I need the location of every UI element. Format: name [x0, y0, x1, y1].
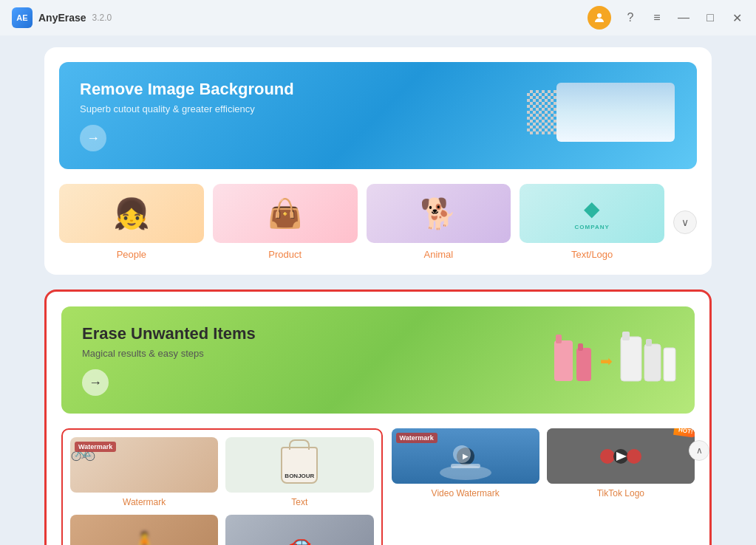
textlogo-thumbnail: ◆ COMPANY [520, 184, 664, 243]
category-textlogo[interactable]: ◆ COMPANY Text/Logo [520, 184, 664, 260]
erase-text[interactable]: BONJOUR Text [225, 437, 373, 507]
hot-badge: HOT! [674, 428, 695, 438]
erase-banner-content: Erase Unwanted Items Magical results & e… [82, 324, 256, 396]
svg-rect-10 [578, 343, 583, 351]
svg-point-18 [453, 445, 471, 463]
banner-subtitle: Superb cutout quality & greater efficien… [80, 103, 294, 114]
erase-object[interactable]: 🚗 Object [225, 515, 373, 545]
text-thumbnail: BONJOUR [225, 437, 373, 493]
textlogo-label: Text/Logo [571, 249, 613, 260]
svg-point-0 [597, 13, 602, 18]
plane-card [556, 83, 675, 142]
erase-left-grid: Watermark 🚲 Watermark BONJOUR Text [61, 428, 383, 545]
people-label: People [117, 249, 146, 260]
erase-illustration: ➡ [547, 326, 680, 395]
watermark-label: Watermark [123, 497, 166, 507]
people-thumbnail: 👧 [59, 184, 204, 243]
erase-watermark[interactable]: Watermark 🚲 Watermark [70, 437, 218, 507]
category-product[interactable]: 👜 Product [213, 184, 358, 260]
svg-point-20 [600, 449, 615, 464]
video-watermark-thumbnail: Watermark ▶ [392, 428, 539, 484]
erase-right-column: Watermark ▶ Video Watermark [392, 428, 695, 545]
svg-rect-16 [664, 348, 675, 381]
erase-items-section: Erase Unwanted Items Magical results & e… [44, 289, 712, 545]
category-items-row: 👧 People 👜 Product 🐕 Animal ◆ [59, 184, 697, 260]
watermark-thumbnail: Watermark 🚲 [70, 437, 218, 493]
banner-title: Remove Image Background [80, 80, 294, 99]
svg-rect-13 [622, 332, 630, 340]
video-watermark-badge: Watermark [396, 433, 437, 443]
svg-rect-14 [644, 344, 661, 381]
menu-button[interactable]: ≡ [650, 10, 664, 25]
erase-banner: Erase Unwanted Items Magical results & e… [61, 306, 695, 414]
tiktok-label: TikTok Logo [597, 488, 644, 498]
category-people[interactable]: 👧 People [59, 184, 204, 260]
svg-rect-15 [646, 339, 652, 346]
text-label: Text [291, 497, 307, 507]
svg-rect-9 [576, 348, 591, 381]
svg-rect-8 [556, 335, 562, 343]
svg-rect-19 [451, 464, 480, 468]
erase-banner-arrow-button[interactable]: → [82, 369, 109, 396]
scroll-up-button[interactable]: ∧ [689, 440, 709, 461]
app-logo: AE [12, 7, 33, 28]
remove-bg-banner: Remove Image Background Superb cutout qu… [59, 62, 697, 169]
titlebar: AE AnyErase 3.2.0 ? ≡ — □ ✕ [0, 0, 756, 35]
minimize-button[interactable]: — [676, 10, 691, 25]
animal-thumbnail: 🐕 [367, 184, 511, 243]
tiktok-thumbnail: HOT! [547, 428, 695, 484]
banner-arrow-button[interactable]: → [80, 125, 106, 151]
erase-video-watermark[interactable]: Watermark ▶ Video Watermark [392, 428, 539, 498]
close-button[interactable]: ✕ [729, 10, 744, 25]
erase-people[interactable]: 🧍 People [70, 515, 218, 545]
video-watermark-label: Video Watermark [432, 488, 500, 498]
animal-label: Animal [424, 249, 454, 260]
help-button[interactable]: ? [623, 10, 638, 25]
titlebar-left: AE AnyErase 3.2.0 [12, 7, 112, 28]
svg-rect-12 [621, 337, 641, 381]
titlebar-right: ? ≡ — □ ✕ [588, 6, 744, 30]
erase-tiktok[interactable]: HOT! [547, 428, 695, 498]
erase-banner-title: Erase Unwanted Items [82, 324, 256, 343]
people-erase-thumbnail: 🧍 [70, 515, 218, 545]
remove-background-section: Remove Image Background Superb cutout qu… [44, 47, 712, 275]
profile-button[interactable] [588, 6, 611, 30]
object-thumbnail: 🚗 [225, 515, 373, 545]
app-version: 3.2.0 [92, 13, 112, 23]
tote-bag-icon: BONJOUR [281, 447, 318, 484]
banner-content: Remove Image Background Superb cutout qu… [80, 80, 294, 151]
svg-text:➡: ➡ [600, 353, 613, 369]
watermark-badge: Watermark [75, 442, 116, 452]
expand-button[interactable]: ∨ [673, 210, 697, 234]
banner-illustration: ➡ [527, 83, 675, 149]
svg-rect-7 [554, 340, 573, 381]
maximize-button[interactable]: □ [703, 10, 718, 25]
category-animal[interactable]: 🐕 Animal [367, 184, 511, 260]
erase-banner-subtitle: Magical results & easy steps [82, 348, 256, 359]
erase-items-grid: Watermark 🚲 Watermark BONJOUR Text [61, 428, 695, 545]
product-label: Product [268, 249, 302, 260]
app-name: AnyErase [38, 12, 86, 24]
product-thumbnail: 👜 [213, 184, 358, 243]
svg-point-23 [627, 449, 641, 464]
main-content: Remove Image Background Superb cutout qu… [0, 35, 756, 545]
erase-right-row-1: Watermark ▶ Video Watermark [392, 428, 695, 498]
